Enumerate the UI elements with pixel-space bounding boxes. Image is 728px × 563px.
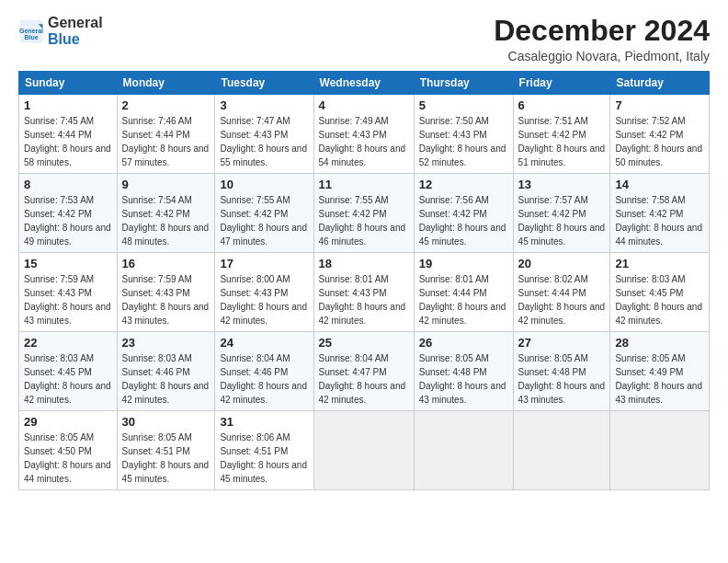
logo-line1: General (48, 15, 103, 30)
calendar-cell (513, 411, 610, 490)
sunset-label: Sunset: 4:43 PM (319, 130, 387, 140)
sunrise-label: Sunrise: 7:45 AM (24, 116, 94, 126)
sunrise-label: Sunrise: 7:57 AM (518, 195, 588, 205)
daylight-label: Daylight: 8 hours and 43 minutes. (615, 381, 702, 405)
sunrise-label: Sunrise: 7:55 AM (319, 195, 389, 205)
day-info: Sunrise: 7:56 AM Sunset: 4:42 PM Dayligh… (419, 193, 508, 248)
day-number: 22 (24, 336, 112, 350)
sunrise-label: Sunrise: 8:05 AM (518, 353, 588, 363)
day-info: Sunrise: 8:00 AM Sunset: 4:43 PM Dayligh… (220, 272, 308, 327)
sunset-label: Sunset: 4:44 PM (122, 130, 190, 140)
calendar-cell: 22 Sunrise: 8:03 AM Sunset: 4:45 PM Dayl… (19, 332, 118, 411)
sunset-label: Sunset: 4:44 PM (419, 288, 487, 298)
day-number: 20 (518, 257, 606, 270)
sunrise-label: Sunrise: 8:00 AM (220, 274, 290, 284)
calendar-cell: 24 Sunrise: 8:04 AM Sunset: 4:46 PM Dayl… (215, 332, 313, 411)
calendar-week-row: 1 Sunrise: 7:45 AM Sunset: 4:44 PM Dayli… (19, 95, 710, 174)
sunrise-label: Sunrise: 8:03 AM (24, 353, 94, 363)
calendar-cell: 20 Sunrise: 8:02 AM Sunset: 4:44 PM Dayl… (513, 253, 610, 332)
day-number: 18 (319, 257, 409, 270)
calendar-table: SundayMondayTuesdayWednesdayThursdayFrid… (18, 71, 710, 490)
calendar-cell: 29 Sunrise: 8:05 AM Sunset: 4:50 PM Dayl… (19, 411, 118, 490)
daylight-label: Daylight: 8 hours and 43 minutes. (518, 381, 606, 405)
day-number: 11 (319, 178, 409, 191)
sunset-label: Sunset: 4:51 PM (122, 446, 190, 456)
calendar-cell: 12 Sunrise: 7:56 AM Sunset: 4:42 PM Dayl… (414, 174, 513, 253)
sunrise-label: Sunrise: 8:03 AM (122, 353, 192, 363)
daylight-label: Daylight: 8 hours and 48 minutes. (122, 223, 210, 247)
day-number: 16 (122, 257, 210, 270)
day-info: Sunrise: 8:05 AM Sunset: 4:50 PM Dayligh… (24, 431, 112, 486)
sunrise-label: Sunrise: 8:04 AM (220, 353, 290, 363)
day-info: Sunrise: 8:06 AM Sunset: 4:51 PM Dayligh… (220, 431, 308, 486)
sunset-label: Sunset: 4:48 PM (419, 367, 487, 377)
daylight-label: Daylight: 8 hours and 42 minutes. (220, 381, 307, 405)
sunset-label: Sunset: 4:43 PM (319, 288, 387, 298)
day-info: Sunrise: 7:59 AM Sunset: 4:43 PM Dayligh… (24, 272, 112, 327)
day-number: 8 (24, 178, 112, 191)
day-info: Sunrise: 8:03 AM Sunset: 4:45 PM Dayligh… (615, 272, 704, 327)
sunrise-label: Sunrise: 8:01 AM (319, 274, 389, 284)
day-info: Sunrise: 8:04 AM Sunset: 4:46 PM Dayligh… (220, 351, 308, 407)
location-subtitle: Casaleggio Novara, Piedmont, Italy (494, 49, 710, 63)
weekday-header-friday: Friday (513, 72, 610, 95)
daylight-label: Daylight: 8 hours and 50 minutes. (615, 144, 702, 167)
sunset-label: Sunset: 4:42 PM (615, 130, 683, 140)
sunrise-label: Sunrise: 7:51 AM (518, 116, 588, 126)
day-info: Sunrise: 7:59 AM Sunset: 4:43 PM Dayligh… (122, 272, 210, 327)
sunset-label: Sunset: 4:44 PM (24, 130, 92, 140)
day-info: Sunrise: 7:54 AM Sunset: 4:42 PM Dayligh… (122, 193, 210, 248)
sunrise-label: Sunrise: 8:05 AM (419, 353, 489, 363)
daylight-label: Daylight: 8 hours and 43 minutes. (419, 381, 506, 405)
day-info: Sunrise: 7:46 AM Sunset: 4:44 PM Dayligh… (122, 114, 210, 169)
day-number: 6 (518, 98, 606, 112)
day-info: Sunrise: 8:05 AM Sunset: 4:49 PM Dayligh… (615, 351, 704, 407)
daylight-label: Daylight: 8 hours and 43 minutes. (122, 302, 210, 326)
sunset-label: Sunset: 4:45 PM (24, 367, 92, 377)
sunrise-label: Sunrise: 7:59 AM (122, 274, 192, 284)
day-number: 29 (24, 415, 112, 429)
day-number: 15 (24, 257, 112, 270)
day-info: Sunrise: 8:05 AM Sunset: 4:51 PM Dayligh… (122, 431, 210, 486)
weekday-header-thursday: Thursday (414, 72, 513, 95)
day-number: 17 (220, 257, 308, 270)
calendar-cell: 23 Sunrise: 8:03 AM Sunset: 4:46 PM Dayl… (117, 332, 215, 411)
calendar-cell: 10 Sunrise: 7:55 AM Sunset: 4:42 PM Dayl… (215, 174, 313, 253)
month-title: December 2024 (494, 15, 710, 47)
calendar-week-row: 8 Sunrise: 7:53 AM Sunset: 4:42 PM Dayli… (19, 174, 710, 253)
daylight-label: Daylight: 8 hours and 42 minutes. (122, 381, 210, 405)
day-number: 19 (419, 257, 508, 270)
day-info: Sunrise: 7:55 AM Sunset: 4:42 PM Dayligh… (220, 193, 308, 248)
day-number: 21 (615, 257, 704, 270)
weekday-header-monday: Monday (117, 72, 215, 95)
daylight-label: Daylight: 8 hours and 57 minutes. (122, 144, 210, 167)
sunset-label: Sunset: 4:43 PM (24, 288, 92, 298)
calendar-cell: 9 Sunrise: 7:54 AM Sunset: 4:42 PM Dayli… (117, 174, 215, 253)
day-info: Sunrise: 8:05 AM Sunset: 4:48 PM Dayligh… (419, 351, 508, 407)
sunrise-label: Sunrise: 8:05 AM (24, 432, 94, 442)
day-info: Sunrise: 8:02 AM Sunset: 4:44 PM Dayligh… (518, 272, 606, 327)
sunrise-label: Sunrise: 8:06 AM (220, 432, 290, 442)
sunset-label: Sunset: 4:45 PM (615, 288, 683, 298)
daylight-label: Daylight: 8 hours and 44 minutes. (615, 223, 702, 247)
day-number: 26 (419, 336, 508, 350)
weekday-header-saturday: Saturday (610, 72, 710, 95)
day-info: Sunrise: 7:58 AM Sunset: 4:42 PM Dayligh… (615, 193, 704, 248)
calendar-cell: 1 Sunrise: 7:45 AM Sunset: 4:44 PM Dayli… (19, 95, 118, 174)
calendar-cell: 6 Sunrise: 7:51 AM Sunset: 4:42 PM Dayli… (513, 95, 610, 174)
day-info: Sunrise: 7:55 AM Sunset: 4:42 PM Dayligh… (319, 193, 409, 248)
daylight-label: Daylight: 8 hours and 52 minutes. (419, 144, 506, 167)
day-number: 9 (122, 178, 210, 191)
sunset-label: Sunset: 4:42 PM (220, 209, 288, 219)
sunrise-label: Sunrise: 7:50 AM (419, 116, 489, 126)
sunrise-label: Sunrise: 8:01 AM (419, 274, 489, 284)
day-info: Sunrise: 8:01 AM Sunset: 4:43 PM Dayligh… (319, 272, 409, 327)
daylight-label: Daylight: 8 hours and 42 minutes. (319, 381, 406, 405)
sunset-label: Sunset: 4:50 PM (24, 446, 92, 456)
sunset-label: Sunset: 4:46 PM (220, 367, 288, 377)
day-info: Sunrise: 7:50 AM Sunset: 4:43 PM Dayligh… (419, 114, 508, 169)
weekday-header-tuesday: Tuesday (215, 72, 313, 95)
calendar-cell: 18 Sunrise: 8:01 AM Sunset: 4:43 PM Dayl… (313, 253, 414, 332)
logo: General Blue General Blue (18, 15, 103, 47)
svg-text:Blue: Blue (24, 33, 38, 40)
